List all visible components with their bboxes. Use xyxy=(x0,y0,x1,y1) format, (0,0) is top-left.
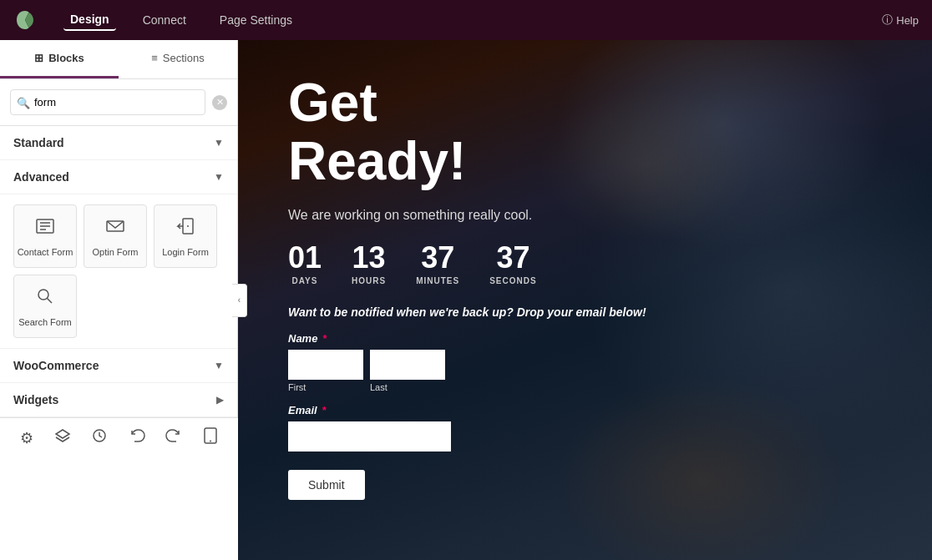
nav-page-settings[interactable]: Page Settings xyxy=(213,10,299,30)
block-login-form[interactable]: Login Form xyxy=(154,204,217,268)
help-icon: ⓘ xyxy=(882,13,893,28)
email-required-star: * xyxy=(319,404,327,416)
search-input[interactable] xyxy=(10,89,205,115)
section-woocommerce[interactable]: WooCommerce ▼ xyxy=(0,349,237,383)
page-subtitle: We are working on something really cool. xyxy=(288,208,646,223)
block-optin-form[interactable]: Optin Form xyxy=(84,204,147,268)
main-layout: ⊞ Blocks ≡ Sections 🔍 ✕ Standard ▼ xyxy=(0,40,932,560)
section-standard[interactable]: Standard ▼ xyxy=(0,126,237,160)
login-form-icon xyxy=(175,215,196,242)
nav-design[interactable]: Design xyxy=(63,9,116,31)
page-content: GetReady! We are working on something re… xyxy=(288,73,646,500)
advanced-chevron-icon: ▼ xyxy=(214,171,224,183)
form-email-field: Email * xyxy=(288,404,646,452)
last-name-col: Last xyxy=(370,350,445,392)
form-name-field: Name * First Last xyxy=(288,332,646,392)
nav-connect[interactable]: Connect xyxy=(136,10,193,30)
nav-help[interactable]: ⓘ Help xyxy=(882,13,919,28)
optin-form-icon xyxy=(104,215,126,242)
svg-point-7 xyxy=(38,290,48,300)
search-icon: 🔍 xyxy=(17,96,30,108)
blocks-tab-icon: ⊞ xyxy=(34,52,43,64)
woocommerce-chevron-icon: ▼ xyxy=(214,360,224,371)
countdown-row: 01 DAYS 13 HOURS 37 MINUTES 37 SECONDS xyxy=(288,243,646,285)
search-form-icon xyxy=(34,285,56,312)
sidebar-wrap: ⊞ Blocks ≡ Sections 🔍 ✕ Standard ▼ xyxy=(0,40,238,560)
submit-button[interactable]: Submit xyxy=(288,470,365,500)
widgets-chevron-icon: ▶ xyxy=(216,394,224,406)
name-required-star: * xyxy=(319,332,327,345)
mobile-button[interactable] xyxy=(198,422,223,453)
logo-icon xyxy=(13,8,37,32)
search-box: 🔍 ✕ xyxy=(0,79,237,126)
first-name-input[interactable] xyxy=(288,350,363,380)
section-advanced[interactable]: Advanced ▼ xyxy=(0,160,237,194)
standard-chevron-icon: ▼ xyxy=(214,137,224,149)
sections-tab-icon: ≡ xyxy=(151,52,158,64)
email-input[interactable] xyxy=(288,421,451,452)
name-row: First Last xyxy=(288,350,646,392)
first-name-col: First xyxy=(288,350,363,392)
tab-sections[interactable]: ≡ Sections xyxy=(119,40,237,78)
svg-marker-9 xyxy=(56,430,69,438)
section-widgets[interactable]: Widgets ▶ xyxy=(0,383,237,417)
settings-button[interactable]: ⚙ xyxy=(15,424,38,452)
canvas-background: GetReady! We are working on something re… xyxy=(238,40,932,560)
countdown-minutes: 37 MINUTES xyxy=(416,243,459,285)
countdown-hours: 13 HOURS xyxy=(352,243,386,285)
layers-button[interactable] xyxy=(49,422,76,453)
block-contact-form[interactable]: Contact Form xyxy=(13,204,77,268)
last-sublabel: Last xyxy=(370,382,445,392)
email-label: Email * xyxy=(288,404,646,416)
search-clear-button[interactable]: ✕ xyxy=(212,95,227,110)
advanced-block-grid: Contact Form Optin Form xyxy=(0,194,237,349)
bottom-toolbar: ⚙ xyxy=(0,417,238,457)
search-input-wrap: 🔍 xyxy=(10,89,205,115)
sidebar: ⊞ Blocks ≡ Sections 🔍 ✕ Standard ▼ xyxy=(0,40,238,417)
block-search-form[interactable]: Search Form xyxy=(13,275,77,338)
sidebar-tabs: ⊞ Blocks ≡ Sections xyxy=(0,40,237,79)
last-name-input[interactable] xyxy=(370,350,445,380)
history-button[interactable] xyxy=(86,422,113,453)
first-sublabel: First xyxy=(288,382,363,392)
notify-text: Want to be notified when we're back up? … xyxy=(288,305,646,319)
name-label: Name * xyxy=(288,332,646,345)
contact-form-icon xyxy=(34,215,56,242)
page-title: GetReady! xyxy=(288,73,646,191)
top-nav: Design Connect Page Settings ⓘ Help xyxy=(0,0,932,40)
canvas-area: GetReady! We are working on something re… xyxy=(238,40,932,560)
tab-blocks[interactable]: ⊞ Blocks xyxy=(0,40,119,78)
svg-point-12 xyxy=(210,441,211,442)
svg-line-8 xyxy=(48,299,53,304)
undo-button[interactable] xyxy=(124,422,150,453)
countdown-seconds: 37 SECONDS xyxy=(489,243,536,285)
sidebar-collapse-button[interactable]: ‹ xyxy=(232,284,247,317)
redo-button[interactable] xyxy=(160,422,187,453)
countdown-days: 01 DAYS xyxy=(288,243,322,285)
